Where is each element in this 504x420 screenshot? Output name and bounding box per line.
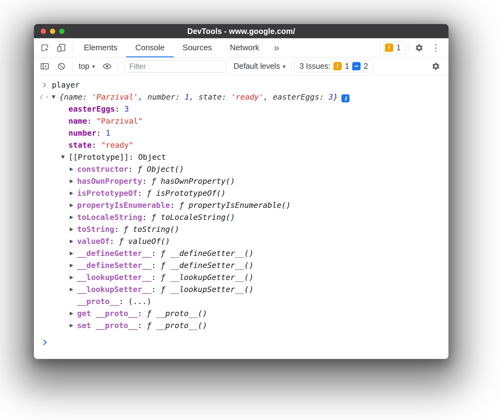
preview-key: easterEggs: [273, 93, 319, 101]
log-levels-selector[interactable]: Default levels: [230, 62, 289, 71]
expand-toggle-icon[interactable]: [70, 199, 77, 211]
preview-key: name: [64, 93, 82, 101]
expand-toggle-icon[interactable]: [70, 223, 77, 235]
expand-toggle-icon[interactable]: [70, 211, 77, 223]
property-constructor[interactable]: constructor: ƒ Object(): [34, 163, 448, 175]
tab-network[interactable]: Network: [221, 38, 268, 57]
message-count: 2: [364, 62, 368, 71]
separator: :: [96, 129, 105, 138]
expandable-value[interactable]: (...): [128, 297, 151, 306]
expand-toggle-icon[interactable]: [70, 175, 77, 187]
property-key: valueOf: [77, 237, 109, 246]
property-toString[interactable]: toString: ƒ toString(): [34, 223, 448, 235]
separator: :: [170, 201, 179, 210]
device-toolbar-icon: [57, 43, 66, 52]
minimize-window-button[interactable]: [50, 29, 55, 34]
separator: :: [151, 249, 161, 258]
property-key: easterEggs: [68, 105, 115, 113]
function-value: ƒ valueOf(): [119, 237, 170, 246]
property-isPrototypeOf[interactable]: isPrototypeOf: ƒ isPrototypeOf(): [34, 187, 448, 199]
device-toolbar-button[interactable]: [53, 38, 70, 57]
row-content: [[Prototype]]: Object: [68, 151, 448, 163]
property-lookupGetter[interactable]: __lookupGetter__: ƒ __lookupGetter__(): [34, 271, 448, 283]
expand-toggle-icon: [70, 295, 77, 307]
expand-toggle-icon[interactable]: [70, 271, 77, 283]
warning-icon: [385, 43, 393, 52]
expand-toggle-icon[interactable]: [70, 307, 77, 319]
chevron-double-right-icon: [274, 42, 279, 53]
function-value: ƒ __lookupSetter__(): [161, 285, 254, 294]
gear-icon: [432, 62, 440, 71]
property-defineSetter[interactable]: __defineSetter__: ƒ __defineSetter__(): [34, 259, 448, 271]
separator: :: [82, 93, 92, 101]
property-proto-setter[interactable]: set __proto__: ƒ __proto__(): [34, 319, 448, 331]
expand-toggle-icon[interactable]: [61, 151, 68, 163]
customize-devtools-button[interactable]: [428, 38, 444, 57]
clear-console-button[interactable]: [53, 62, 70, 71]
function-value: ƒ __defineGetter__(): [161, 249, 254, 258]
separator: :: [138, 189, 147, 198]
kebab-menu-icon: [431, 42, 440, 53]
expand-toggle-icon[interactable]: [70, 235, 77, 247]
expand-toggle-icon[interactable]: [70, 187, 77, 199]
expand-toggle-icon[interactable]: [52, 91, 59, 103]
context-selector[interactable]: top: [75, 62, 99, 71]
filter-input[interactable]: [124, 60, 226, 72]
expand-toggle-icon[interactable]: [70, 247, 77, 259]
expand-toggle-icon[interactable]: [70, 259, 77, 271]
traffic-lights: [41, 24, 64, 38]
property-proto-getter[interactable]: get __proto__: ƒ __proto__(): [34, 307, 448, 319]
console-command: player: [34, 79, 448, 91]
info-icon[interactable]: i: [341, 94, 349, 102]
console-sidebar-button[interactable]: [36, 62, 53, 71]
separator: :: [92, 141, 101, 150]
more-tabs-button[interactable]: [268, 38, 285, 57]
live-expression-button[interactable]: [99, 62, 115, 71]
property-state: state: "ready": [34, 139, 448, 151]
property-key: __proto__: [77, 297, 119, 306]
row-content: hasOwnProperty: ƒ hasOwnProperty(): [77, 175, 448, 187]
console-settings-button[interactable]: [428, 62, 444, 71]
expand-toggle-icon[interactable]: [70, 319, 77, 331]
close-window-button[interactable]: [41, 29, 46, 34]
zoom-window-button[interactable]: [59, 29, 64, 34]
function-value: ƒ isPrototypeOf(): [147, 189, 226, 198]
property-hasOwnProperty[interactable]: hasOwnProperty: ƒ hasOwnProperty(): [34, 175, 448, 187]
expand-toggle-icon[interactable]: [70, 283, 77, 295]
row-content: name: "Parzival": [68, 115, 448, 127]
property-key: constructor: [77, 165, 128, 174]
property-key: isPrototypeOf: [77, 189, 138, 198]
property-valueOf[interactable]: valueOf: ƒ valueOf(): [34, 235, 448, 247]
property-prototype[interactable]: [[Prototype]]: Object: [34, 151, 448, 163]
settings-button[interactable]: [411, 38, 428, 57]
issues-summary-button[interactable]: 3 Issues: 1 2: [295, 60, 373, 73]
separator: :: [142, 213, 151, 222]
issues-summary-label: 3 Issues:: [300, 62, 330, 71]
console-prompt[interactable]: [34, 336, 448, 348]
sidebar-panel-icon: [40, 62, 49, 71]
property-key: __lookupSetter__: [77, 285, 151, 294]
inspect-element-button[interactable]: [36, 38, 53, 57]
expand-toggle-icon: [61, 139, 68, 151]
console-result[interactable]: {name: 'Parzival', number: 1, state: 're…: [34, 91, 448, 103]
preview-string-value: 'Parzival': [92, 93, 138, 101]
property-toLocaleString[interactable]: toLocaleString: ƒ toLocaleString(): [34, 211, 448, 223]
tab-elements[interactable]: Elements: [75, 38, 126, 57]
property-lookupSetter[interactable]: __lookupSetter__: ƒ __lookupSetter__(): [34, 283, 448, 295]
property-propertyIsEnumerable[interactable]: propertyIsEnumerable: ƒ propertyIsEnumer…: [34, 199, 448, 211]
brace: {: [59, 93, 64, 101]
number-value: 3: [124, 105, 129, 113]
warning-count: 1: [345, 62, 349, 71]
separator: ,: [263, 93, 273, 101]
property-defineGetter[interactable]: __defineGetter__: ƒ __defineGetter__(): [34, 247, 448, 259]
property-key: __lookupGetter__: [77, 273, 151, 282]
tab-sources[interactable]: Sources: [174, 38, 221, 57]
separator: :: [222, 93, 231, 101]
issues-badge-button[interactable]: 1: [380, 41, 406, 54]
message-bubble-icon: [352, 62, 361, 70]
separator: :: [319, 93, 328, 101]
expand-toggle-icon[interactable]: [70, 163, 77, 175]
tab-console[interactable]: Console: [126, 38, 173, 57]
console-messages: player {name: 'Parzival', number: 1, sta…: [34, 79, 448, 331]
block-icon: [57, 62, 66, 71]
